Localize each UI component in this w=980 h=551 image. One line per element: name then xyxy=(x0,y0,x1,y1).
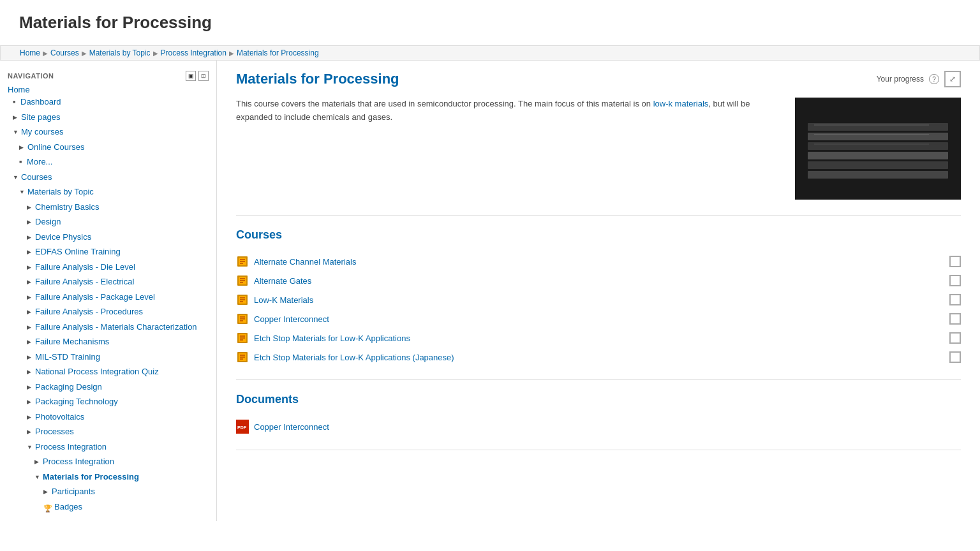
nav-online-courses-link[interactable]: Online Courses xyxy=(27,141,85,154)
nav-npiq-link[interactable]: National Process Integration Quiz xyxy=(35,365,159,378)
breadcrumb-materials-by-topic[interactable]: Materials by Topic xyxy=(89,48,151,57)
expand-button[interactable]: ⤢ xyxy=(944,71,961,87)
nav-dashboard-link[interactable]: Dashboard xyxy=(20,96,61,108)
nav-failure-mechanisms-link[interactable]: Failure Mechanisms xyxy=(35,335,109,348)
nav-fa-materials-row: Failure Analysis - Materials Characteriz… xyxy=(0,320,216,335)
course-item-link[interactable]: Etch Stop Materials for Low-K Applicatio… xyxy=(254,334,410,343)
course-checkbox[interactable] xyxy=(949,275,961,286)
course-item-link[interactable]: Copper Interconnect xyxy=(254,314,329,324)
svg-rect-14 xyxy=(240,263,243,264)
svg-rect-4 xyxy=(808,152,948,159)
nav-design: Design xyxy=(27,214,216,230)
nav-design-link[interactable]: Design xyxy=(35,216,61,228)
low-k-materials-link[interactable]: low-k materials xyxy=(653,99,709,108)
course-icon xyxy=(236,274,249,287)
nav-process-integration-parent-link[interactable]: Process Integration xyxy=(35,441,107,453)
nav-process-integration-parent-row: Process Integration xyxy=(0,439,216,455)
course-checkbox[interactable] xyxy=(949,294,961,305)
course-checkbox[interactable] xyxy=(949,256,961,267)
arrow-icon[interactable] xyxy=(27,277,33,287)
nav-dashboard: Dashboard xyxy=(13,94,216,110)
arrow-icon[interactable] xyxy=(27,367,33,377)
nav-site-pages-link[interactable]: Site pages xyxy=(21,111,60,124)
section-divider-3 xyxy=(236,450,961,450)
arrow-icon[interactable] xyxy=(27,217,33,227)
arrow-icon[interactable] xyxy=(27,322,33,332)
nav-milstd: MIL-STD Training xyxy=(27,349,216,365)
nav-fa-electrical: Failure Analysis - Electrical xyxy=(27,274,216,290)
main-layout: NAVIGATION ▣ ⊡ Home Dashboard Site pages xyxy=(0,61,980,521)
arrow-down-icon[interactable] xyxy=(19,187,26,197)
arrow-down-icon[interactable] xyxy=(13,127,19,137)
arrow-icon[interactable] xyxy=(27,307,33,317)
arrow-icon[interactable] xyxy=(27,427,33,437)
nav-edfas-row: EDFAS Online Training xyxy=(0,244,216,260)
nav-online-courses: Online Courses xyxy=(19,140,216,155)
nav-fa-electrical-link[interactable]: Failure Analysis - Electrical xyxy=(35,276,134,288)
nav-processes-link[interactable]: Processes xyxy=(35,425,74,438)
nav-packaging-tech-link[interactable]: Packaging Technology xyxy=(35,395,118,408)
arrow-icon[interactable] xyxy=(27,397,33,407)
nav-chemistry-link[interactable]: Chemistry Basics xyxy=(35,201,99,214)
course-checkbox[interactable] xyxy=(949,351,961,363)
arrow-icon[interactable] xyxy=(13,112,19,122)
doc-item-link[interactable]: Copper Interconnect xyxy=(254,422,329,432)
arrow-icon[interactable] xyxy=(19,142,26,152)
nav-process-integration-child-link[interactable]: Process Integration xyxy=(43,455,114,468)
course-item-link[interactable]: Alternate Channel Materials xyxy=(254,257,356,267)
arrow-icon[interactable] xyxy=(34,457,41,467)
sidebar-icon-collapse[interactable]: ▣ xyxy=(186,71,196,81)
course-item-link[interactable]: Etch Stop Materials for Low-K Applicatio… xyxy=(254,353,454,362)
arrow-icon[interactable] xyxy=(43,487,50,497)
course-checkbox[interactable] xyxy=(949,332,961,344)
nav-participants-link[interactable]: Participants xyxy=(52,485,95,498)
list-item-left: Copper Interconnect xyxy=(236,312,329,325)
svg-rect-5 xyxy=(808,161,948,169)
svg-text:PDF: PDF xyxy=(237,425,247,430)
nav-failure-mechanisms: Failure Mechanisms xyxy=(27,334,216,349)
svg-rect-28 xyxy=(240,318,245,320)
arrow-icon[interactable] xyxy=(27,232,33,242)
nav-device-physics-link[interactable]: Device Physics xyxy=(35,231,91,244)
arrow-icon[interactable] xyxy=(27,412,33,422)
nav-materials-by-topic-link[interactable]: Materials by Topic xyxy=(27,186,94,198)
breadcrumb-process-integration[interactable]: Process Integration xyxy=(161,48,226,57)
nav-courses-link[interactable]: Courses xyxy=(21,171,52,184)
nav-fa-die-link[interactable]: Failure Analysis - Die Level xyxy=(35,261,135,274)
svg-rect-23 xyxy=(240,299,245,300)
breadcrumb-materials-for-processing[interactable]: Materials for Processing xyxy=(237,48,319,57)
nav-packaging-design-link[interactable]: Packaging Design xyxy=(35,381,102,393)
course-item-link[interactable]: Alternate Gates xyxy=(254,276,311,286)
nav-home-link[interactable]: Home xyxy=(8,85,30,94)
arrow-down-icon[interactable] xyxy=(34,472,41,482)
breadcrumb-courses[interactable]: Courses xyxy=(50,48,79,57)
nav-fa-package-link[interactable]: Failure Analysis - Package Level xyxy=(35,291,155,304)
arrow-icon[interactable] xyxy=(27,337,33,347)
nav-milstd-link[interactable]: MIL-STD Training xyxy=(35,351,100,364)
arrow-icon[interactable] xyxy=(27,262,33,272)
nav-photovoltaics-link[interactable]: Photovoltaics xyxy=(35,411,84,423)
arrow-icon[interactable] xyxy=(27,352,33,362)
breadcrumb-home[interactable]: Home xyxy=(20,48,40,57)
sidebar-icon-expand[interactable]: ⊡ xyxy=(198,71,209,81)
svg-rect-22 xyxy=(240,297,245,298)
arrow-icon[interactable] xyxy=(27,382,33,392)
nav-fa-materials-link[interactable]: Failure Analysis - Materials Characteriz… xyxy=(35,321,197,334)
course-item-link[interactable]: Low-K Materials xyxy=(254,295,313,305)
nav-failure-mechanisms-row: Failure Mechanisms xyxy=(0,334,216,349)
nav-fa-procedures-link[interactable]: Failure Analysis - Procedures xyxy=(35,305,143,318)
arrow-icon[interactable] xyxy=(27,292,33,302)
arrow-down-icon[interactable] xyxy=(13,172,19,182)
course-checkbox[interactable] xyxy=(949,313,961,325)
nav-my-courses-link[interactable]: My courses xyxy=(21,126,63,138)
progress-help-icon[interactable]: ? xyxy=(929,74,939,84)
arrow-down-icon[interactable] xyxy=(27,442,33,452)
nav-more-link[interactable]: More... xyxy=(27,156,52,168)
nav-badges-link[interactable]: Badges xyxy=(54,501,82,513)
arrow-icon[interactable] xyxy=(27,202,33,212)
arrow-icon[interactable] xyxy=(27,247,33,257)
svg-rect-19 xyxy=(240,282,243,283)
course-description: This course covers the materials that ar… xyxy=(236,98,782,200)
nav-edfas-link[interactable]: EDFAS Online Training xyxy=(35,246,121,258)
nav-materials-for-processing-link[interactable]: Materials for Processing xyxy=(43,471,139,483)
